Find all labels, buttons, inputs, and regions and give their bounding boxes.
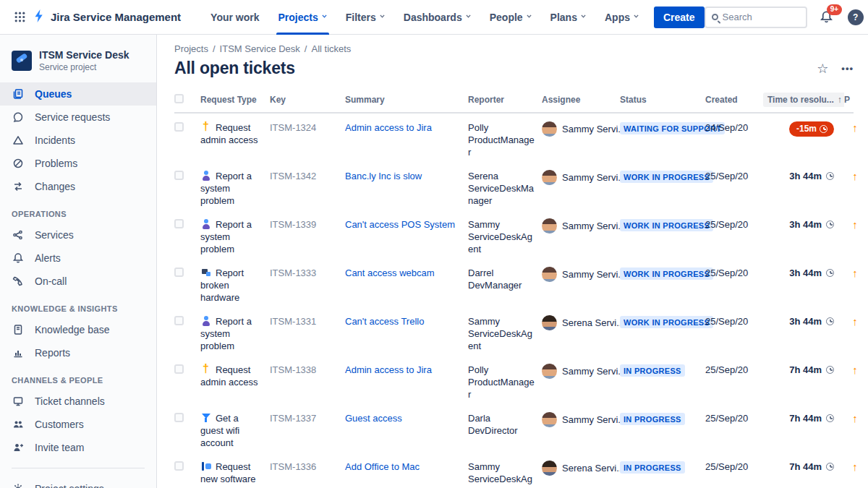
table-row[interactable]: Report a system problem ITSM-1339 Can't … [174,210,854,259]
assignee-cell[interactable]: Sammy Servi... [542,404,620,431]
status-badge: IN PROGRESS [620,413,685,425]
col-created[interactable]: Created [705,95,763,105]
table-row[interactable]: Request admin access ITSM-1338 Admin acc… [174,356,854,404]
phone-icon [12,275,25,288]
row-checkbox[interactable] [174,316,184,325]
nav-people[interactable]: People [480,0,541,35]
table-row[interactable]: Request admin access ITSM-1324 Admin acc… [174,114,854,162]
book-icon [12,323,25,336]
star-favorite-icon[interactable]: ☆ [817,62,828,75]
sidebar-item-customers[interactable]: Customers [0,413,156,436]
summary-link[interactable]: Add Office to Mac [345,461,420,472]
sidebar-item-knowledge-base[interactable]: Knowledge base [0,318,156,341]
project-sidebar: ITSM Service Desk Service project Queues… [0,35,157,488]
project-header[interactable]: ITSM Service Desk Service project [0,45,156,82]
nav-dashboards[interactable]: Dashboards [394,0,480,35]
table-row[interactable]: Report a system problem ITSM-1331 Can't … [174,307,854,356]
sidebar-item-queues[interactable]: Queues [0,82,156,106]
col-status[interactable]: Status [620,95,705,105]
row-checkbox[interactable] [174,461,184,471]
sidebar-item-label: Alerts [35,252,61,264]
summary-link[interactable]: Guest access [345,413,402,424]
top-navigation-bar: Jira Service Management Your work Projec… [0,0,868,35]
nav-projects[interactable]: Projects [269,0,336,35]
summary-link[interactable]: Cant access webcam [345,267,435,278]
breadcrumb-project[interactable]: ITSM Service Desk [220,43,300,54]
assignee-avatar [542,170,557,185]
help-icon[interactable]: ? [846,8,865,27]
table-row[interactable]: Get a guest wifi account ITSM-1337 Guest… [174,404,854,453]
chevron-down-icon [380,13,384,17]
row-checkbox[interactable] [174,413,184,422]
summary-link[interactable]: Admin access to Jira [345,122,432,133]
project-avatar-rocket-icon [12,51,32,71]
select-all-checkbox[interactable] [174,94,184,103]
col-priority[interactable]: P [844,95,866,105]
reporter-name: Polly ProductManager [468,356,542,404]
row-checkbox[interactable] [174,171,184,180]
search-box[interactable] [705,7,807,28]
sidebar-item-label: Customers [35,419,84,430]
row-checkbox[interactable] [174,219,184,228]
sidebar-item-invite-team[interactable]: Invite team [0,436,156,459]
more-actions-icon[interactable]: ••• [841,64,854,73]
col-assignee[interactable]: Assignee [542,95,620,105]
nav-apps[interactable]: Apps [595,0,648,35]
nav-plans[interactable]: Plans [541,0,595,35]
assignee-name: Sammy Servi... [562,171,620,184]
assignee-cell[interactable]: Sammy Servi... [542,259,620,286]
col-time-to-resolution[interactable]: Time to resolu...↑ [763,93,844,107]
sidebar-item-service-requests[interactable]: Service requests [0,106,156,129]
col-reporter[interactable]: Reporter [468,95,542,105]
table-row[interactable]: Report broken hardware ITSM-1333 Cant ac… [174,259,854,307]
notifications-bell-icon[interactable]: 9+ [817,8,836,27]
sidebar-item-changes[interactable]: Changes [0,175,156,198]
summary-link[interactable]: Can't access Trello [345,316,424,327]
col-summary[interactable]: Summary [345,95,468,105]
sidebar-item-project-settings[interactable]: Project settings [0,477,156,488]
breadcrumb-queue[interactable]: All tickets [311,43,351,54]
row-checkbox[interactable] [174,122,184,132]
sidebar-item-ticket-channels[interactable]: Ticket channels [0,390,156,413]
search-input[interactable] [723,12,800,22]
col-key[interactable]: Key [270,95,345,105]
nav-filters[interactable]: Filters [336,0,394,35]
time-to-resolution: 7h 44m [763,404,844,428]
triangle-warning-icon [12,134,25,147]
sidebar-item-incidents[interactable]: Incidents [0,129,156,152]
create-button[interactable]: Create [654,7,705,28]
sidebar-item-label: Problems [35,158,77,169]
sidebar-item-label: Invite team [35,442,84,453]
sidebar-item-services[interactable]: Services [0,223,156,247]
issue-key: ITSM-1336 [270,453,345,476]
bell-icon [12,252,25,265]
assignee-cell[interactable]: Serena Servi... [542,453,620,479]
assignee-cell[interactable]: Serena Servi... [542,307,620,334]
sidebar-item-problems[interactable]: Problems [0,152,156,175]
summary-link[interactable]: Banc.ly Inc is slow [345,171,422,181]
time-to-resolution: 3h 44m [763,162,844,186]
row-checkbox[interactable] [174,267,184,277]
sidebar-section-knowledge: KNOWLEDGE & INSIGHTS [0,293,156,318]
table-row[interactable]: Report a system problem ITSM-1342 Banc.l… [174,162,854,210]
sidebar-item-on-call[interactable]: On-call [0,270,156,293]
assignee-cell[interactable]: Sammy Servi... [542,162,620,189]
app-switcher-icon[interactable] [10,8,29,27]
assignee-cell[interactable]: Sammy Servi... [542,210,620,237]
assignee-cell[interactable]: Sammy Servi... [542,356,620,382]
table-row[interactable]: Request new software ITSM-1336 Add Offic… [174,453,854,488]
search-icon [712,14,718,20]
nav-your-work[interactable]: Your work [201,0,268,35]
summary-link[interactable]: Admin access to Jira [345,364,432,375]
row-checkbox[interactable] [174,364,184,374]
assignee-cell[interactable]: Sammy Servi... [542,114,620,140]
sidebar-section-channels: CHANNELS & PEOPLE [0,364,156,390]
summary-link[interactable]: Can't access POS System [345,219,455,230]
breadcrumb-projects[interactable]: Projects [174,43,208,54]
app-title[interactable]: Jira Service Management [51,11,181,23]
col-request-type[interactable]: Request Type [200,95,270,105]
created-date: 25/Sep/20 [705,259,763,283]
sidebar-item-reports[interactable]: Reports [0,341,156,364]
request-type-icon [200,461,212,472]
sidebar-item-alerts[interactable]: Alerts [0,247,156,270]
